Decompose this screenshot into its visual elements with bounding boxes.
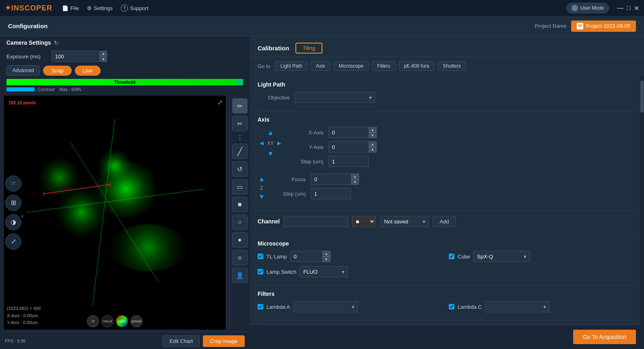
contrast-section: Contrast Max : 6985 — [0, 87, 250, 93]
threshold-indicator — [238, 80, 241, 85]
menu-support[interactable]: ? Support — [121, 4, 149, 12]
goto-microscope[interactable]: Microscope — [334, 61, 369, 71]
titlebar-right: User Mode — □ ✕ — [566, 3, 639, 13]
x-right-arrow[interactable]: ► — [275, 139, 283, 148]
x-axis-input[interactable] — [328, 127, 369, 138]
person-tool-button[interactable]: 👤 — [232, 268, 248, 283]
calibration-label: Calibration — [258, 45, 289, 52]
crop-image-button[interactable]: Crop Image — [203, 335, 245, 347]
cube-checkbox[interactable] — [449, 254, 454, 259]
bio-tool[interactable]: ☣ — [87, 315, 99, 327]
x-axis-down[interactable]: ▼ — [369, 132, 377, 138]
focus-up[interactable]: ▲ — [351, 173, 359, 179]
x-axis-up[interactable]: ▲ — [369, 127, 377, 132]
max-label: Max : 6985 — [60, 87, 81, 92]
crop-tool[interactable]: ⊞ — [5, 195, 21, 211]
step-z-input[interactable] — [311, 188, 351, 199]
user-mode-button[interactable]: User Mode — [566, 3, 609, 13]
goto-shutters[interactable]: Shutters — [438, 61, 466, 71]
snap-button[interactable]: Snap — [43, 66, 71, 76]
tl-lamp-checkbox[interactable] — [258, 254, 263, 259]
curve-tool-button[interactable]: ↺ — [232, 161, 248, 177]
lambda-c-checkbox[interactable] — [449, 304, 454, 310]
rect-outline-tool-button[interactable]: ▭ — [232, 179, 248, 194]
scrollbar-track[interactable] — [640, 76, 644, 325]
left-panel: Camera Settings ↻ Exposure (ms) ▲ ▼ Adva… — [0, 36, 250, 349]
lambda-a-label: Lambda A — [266, 304, 290, 310]
edit-chart-button[interactable]: Edit Chart — [163, 335, 200, 347]
step-xy-input[interactable] — [328, 156, 369, 167]
goto-axis[interactable]: Axis — [311, 61, 330, 71]
tool-separator: ⋮ — [237, 134, 243, 141]
lambda-a-checkbox[interactable] — [258, 304, 263, 310]
advanced-button[interactable]: Advanced — [6, 65, 40, 76]
focus-down[interactable]: ▼ — [351, 179, 359, 185]
step-xy-label: Step (um) — [291, 159, 324, 165]
refresh-icon[interactable]: ↻ — [54, 39, 59, 46]
go-acquisition-button[interactable]: Go To Acquisition — [573, 330, 636, 344]
y-axis-label: Y-Axis — [291, 144, 324, 150]
z-up-arrow[interactable]: ▲ — [258, 175, 266, 184]
menu-settings[interactable]: ⚙ Settings — [87, 4, 113, 12]
image-section: 192.12 pixels (1023,682) = 400 X-Axis : … — [0, 95, 250, 330]
hand-tool[interactable]: ☞ — [5, 176, 21, 192]
calibration-header: Calibration Tiling — [250, 36, 644, 57]
x-left-arrow[interactable]: ◄ — [258, 139, 266, 148]
x-axis-label: X-Axis — [291, 130, 324, 136]
fullscreen-tool[interactable]: ⤢ — [5, 233, 21, 250]
support-icon: ? — [121, 4, 128, 12]
goto-filters[interactable]: Filters — [372, 61, 396, 71]
scrollbar-thumb[interactable] — [640, 81, 644, 113]
threshold-bar[interactable]: Threshold — [6, 79, 243, 85]
live-button[interactable]: Live — [75, 66, 101, 76]
z-down-arrow[interactable]: ▼ — [258, 192, 266, 201]
goto-pe800[interactable]: pE-800 fura — [399, 61, 435, 71]
circle-filled-tool-button[interactable]: ● — [232, 232, 248, 248]
lambda-a-select[interactable] — [293, 301, 358, 312]
tiling-button[interactable]: Tiling — [295, 43, 322, 54]
lamp-switch-checkbox[interactable] — [258, 269, 263, 275]
circle-outline-tool-button[interactable]: ○ — [232, 215, 248, 230]
y-down-arrow[interactable]: ▼ — [266, 149, 275, 158]
y-up-arrow[interactable]: ▲ — [266, 128, 275, 137]
exposure-input[interactable] — [52, 51, 100, 62]
project-badge[interactable]: M Project 2022-09-05 — [571, 21, 636, 32]
exposure-down-button[interactable]: ▼ — [100, 56, 107, 62]
close-button[interactable]: ✕ — [634, 4, 639, 12]
tl-lamp-up[interactable]: ▲ — [322, 251, 330, 256]
scissors-tool-button[interactable]: ✂ — [232, 116, 248, 131]
channel-input[interactable] — [284, 216, 348, 227]
cube-select[interactable]: SpX-Q — [473, 251, 530, 262]
image-coordinates: (1023,682) = 400 X-Axis : 0.00um Y-Axis … — [7, 305, 41, 326]
menu-file[interactable]: 📄 File — [62, 4, 79, 12]
region-tool-button[interactable]: ⌾ — [232, 250, 248, 265]
not-saved-select[interactable]: Not saved — [380, 216, 429, 227]
exposure-up-button[interactable]: ▲ — [100, 51, 107, 56]
objective-select[interactable] — [295, 92, 375, 103]
nolut-tool[interactable]: noLut — [101, 315, 114, 327]
minimize-button[interactable]: — — [617, 4, 623, 12]
preset-tool[interactable]: preset — [130, 315, 142, 327]
expand-icon[interactable]: ⤢ — [217, 99, 223, 106]
camera-settings-label: Camera Settings — [6, 39, 51, 46]
filters-grid: Lambda A Lambda C — [258, 301, 636, 312]
rect-filled-tool-button[interactable]: ■ — [232, 197, 248, 212]
exposure-row: Exposure (ms) ▲ ▼ — [0, 49, 250, 64]
color-tool[interactable]: color — [116, 315, 128, 327]
contrast-tool[interactable]: ◑ — [5, 214, 21, 230]
y-axis-up[interactable]: ▲ — [369, 141, 377, 147]
lamp-switch-select[interactable]: FLUO — [299, 266, 348, 277]
focus-input[interactable] — [311, 173, 351, 185]
goto-light-path[interactable]: Light Path — [275, 61, 308, 71]
tl-lamp-input[interactable] — [290, 251, 322, 262]
add-channel-button[interactable]: Add — [433, 216, 456, 227]
y-axis-input[interactable] — [328, 141, 369, 153]
channel-color-select[interactable]: ■ — [352, 216, 376, 227]
edit-tool-button[interactable]: ✏ — [232, 98, 248, 114]
y-axis-down[interactable]: ▼ — [369, 147, 377, 153]
lambda-c-select[interactable] — [485, 301, 549, 312]
focus-row: Focus ▲ ▼ — [274, 173, 359, 185]
maximize-button[interactable]: □ — [627, 4, 631, 12]
line-tool-button[interactable]: ╱ — [232, 144, 248, 159]
tl-lamp-down[interactable]: ▼ — [322, 256, 330, 262]
